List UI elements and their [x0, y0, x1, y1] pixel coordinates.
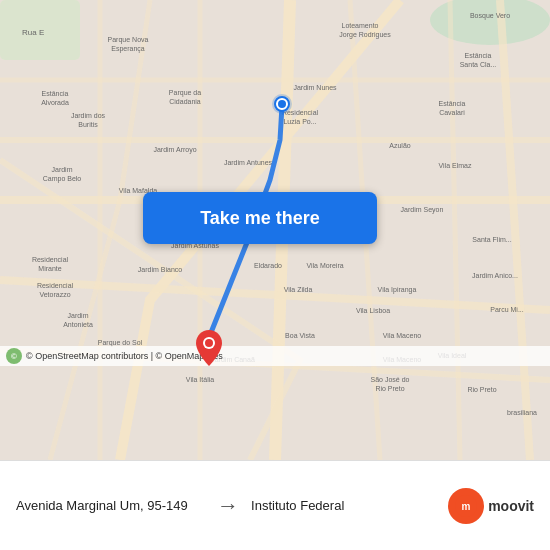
svg-point-62: [278, 100, 286, 108]
svg-text:Boa Vista: Boa Vista: [285, 332, 315, 339]
svg-text:Jardim Anico...: Jardim Anico...: [472, 272, 518, 279]
svg-text:brasiliana: brasiliana: [507, 409, 537, 416]
take-me-there-label: Take me there: [200, 208, 320, 229]
svg-text:Bosque Vero: Bosque Vero: [470, 12, 510, 20]
arrow-icon: →: [217, 493, 239, 519]
svg-text:Rio Preto: Rio Preto: [375, 385, 404, 392]
svg-text:Cavalari: Cavalari: [439, 109, 465, 116]
svg-text:Jardim Antunes: Jardim Antunes: [224, 159, 273, 166]
svg-point-64: [205, 339, 213, 347]
svg-text:Vetorazzo: Vetorazzo: [39, 291, 70, 298]
svg-text:Luzia Po...: Luzia Po...: [283, 118, 316, 125]
svg-text:Jardim Arroyo: Jardim Arroyo: [153, 146, 196, 154]
svg-text:Parque Nova: Parque Nova: [108, 36, 149, 44]
svg-text:Vila Zilda: Vila Zilda: [284, 286, 313, 293]
attribution-text: © OpenStreetMap contributors | © OpenMap…: [26, 351, 223, 361]
svg-text:Santa Cla...: Santa Cla...: [460, 61, 497, 68]
svg-text:Eldarado: Eldarado: [254, 262, 282, 269]
svg-text:Estância: Estância: [439, 100, 466, 107]
svg-text:Vila Elmaz: Vila Elmaz: [439, 162, 472, 169]
svg-text:Jardim: Jardim: [51, 166, 72, 173]
map-container: Rua E Parque Nova Esperança Loteamento J…: [0, 0, 550, 460]
svg-text:Jardim Seyon: Jardim Seyon: [401, 206, 444, 214]
take-me-there-button[interactable]: Take me there: [143, 192, 377, 244]
svg-text:Vila Moreira: Vila Moreira: [306, 262, 343, 269]
svg-text:Buritis: Buritis: [78, 121, 98, 128]
svg-text:Residencial: Residencial: [32, 256, 69, 263]
svg-text:Azulão: Azulão: [389, 142, 411, 149]
svg-text:Jardim Bianco: Jardim Bianco: [138, 266, 182, 273]
svg-text:Parque da: Parque da: [169, 89, 201, 97]
svg-text:Jorge Rodrigues: Jorge Rodrigues: [339, 31, 391, 39]
moovit-text: moovit: [488, 498, 534, 514]
svg-text:Vila Maceno: Vila Maceno: [383, 332, 422, 339]
svg-text:Alvorada: Alvorada: [41, 99, 69, 106]
moovit-logo: m moovit: [448, 488, 534, 524]
svg-text:Rua E: Rua E: [22, 28, 44, 37]
svg-text:Vila Ipiranga: Vila Ipiranga: [378, 286, 417, 294]
svg-text:São José do: São José do: [371, 376, 410, 383]
svg-text:Vila Lisboa: Vila Lisboa: [356, 307, 390, 314]
svg-text:Estância: Estância: [42, 90, 69, 97]
svg-text:Santa Flim...: Santa Flim...: [472, 236, 511, 243]
svg-text:Campo Belo: Campo Belo: [43, 175, 82, 183]
osm-logo: ©: [6, 348, 22, 364]
svg-text:m: m: [462, 501, 471, 512]
direction-arrow: →: [217, 493, 239, 518]
svg-text:Antonieta: Antonieta: [63, 321, 93, 328]
svg-text:Residencial: Residencial: [37, 282, 74, 289]
moovit-icon: m: [448, 488, 484, 524]
destination-info: Instituto Federal: [251, 498, 440, 513]
svg-text:Estância: Estância: [465, 52, 492, 59]
attribution-bar: © © OpenStreetMap contributors | © OpenM…: [0, 346, 550, 366]
destination-label: Instituto Federal: [251, 498, 440, 513]
svg-text:Jardim dos: Jardim dos: [71, 112, 106, 119]
svg-text:Parcu Mi...: Parcu Mi...: [490, 306, 524, 313]
svg-text:Vila Itália: Vila Itália: [186, 376, 214, 383]
svg-text:Jardim: Jardim: [67, 312, 88, 319]
svg-text:Mirante: Mirante: [38, 265, 61, 272]
svg-text:Esperança: Esperança: [111, 45, 145, 53]
bottom-bar: Avenida Marginal Um, 95-149 → Instituto …: [0, 460, 550, 550]
origin-label: Avenida Marginal Um, 95-149: [16, 498, 205, 513]
destination-pin: [196, 330, 222, 370]
svg-text:Loteamento: Loteamento: [342, 22, 379, 29]
origin-info: Avenida Marginal Um, 95-149: [16, 498, 205, 513]
svg-text:Jardim Nunes: Jardim Nunes: [293, 84, 337, 91]
svg-text:Cidadania: Cidadania: [169, 98, 201, 105]
svg-text:Rio Preto: Rio Preto: [467, 386, 496, 393]
